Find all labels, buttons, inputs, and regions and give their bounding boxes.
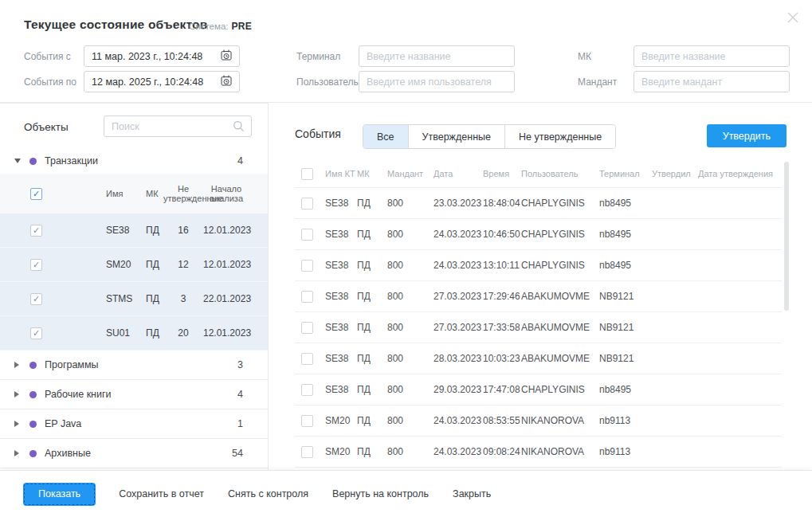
cell-name: SM20 <box>325 415 357 426</box>
col-user: Пользователь <box>521 169 599 178</box>
approve-button[interactable]: Утвердить <box>707 124 787 147</box>
cell-time: 10:46:50 <box>483 229 521 240</box>
cell-unapproved: 20 <box>163 327 203 339</box>
search-input[interactable] <box>104 116 252 137</box>
tree-group-programs[interactable]: Программы 3 <box>0 351 269 380</box>
tree-group-label: Рабочие книги <box>45 389 112 400</box>
object-checkbox[interactable]: ✓ <box>30 327 42 339</box>
col-time: Время <box>483 169 521 178</box>
cell-unapproved: 16 <box>163 225 203 236</box>
cell-time: 17:47:08 <box>483 384 521 395</box>
event-checkbox[interactable] <box>301 260 313 272</box>
chevron-right-icon[interactable] <box>14 391 24 398</box>
col-approval-date: Дата утверждения <box>698 169 782 178</box>
terminal-label: Терминал <box>296 51 359 62</box>
tree-group-workbooks[interactable]: Рабочие книги 4 <box>0 380 269 409</box>
mandant-input[interactable] <box>634 71 790 92</box>
cell-mandant: 800 <box>387 260 433 271</box>
remove-control-button[interactable]: Снять с контроля <box>228 488 308 499</box>
cell-user: CHAPLYGINIS <box>521 260 599 271</box>
date-from-input[interactable]: 11 мар. 2023 г., 10:24:48 <box>84 45 240 67</box>
events-filter-tabs: Все Утвержденные Не утвержденные <box>363 124 616 149</box>
cell-name: SE38 <box>325 353 357 364</box>
events-scrollbar-thumb[interactable] <box>784 162 789 311</box>
close-button[interactable]: Закрыть <box>453 488 491 499</box>
select-all-events-checkbox[interactable] <box>301 168 313 180</box>
tree-group-count: 54 <box>232 448 243 459</box>
save-report-button[interactable]: Сохранить в отчет <box>119 488 204 499</box>
tree-group-transactions[interactable]: Транзакции 4 <box>0 148 269 174</box>
event-row: SM20ПД80024.03.202309:08:24NIKANOROVAnb9… <box>295 436 782 467</box>
object-checkbox[interactable]: ✓ <box>30 225 42 237</box>
cell-terminal: nb9113 <box>599 415 652 426</box>
tree-group-ep-java[interactable]: EP Java 1 <box>0 409 269 439</box>
cell-terminal: NB9121 <box>599 353 652 364</box>
close-icon[interactable] <box>783 8 802 27</box>
cell-mk: ПД <box>146 293 163 304</box>
cell-user: CHAPLYGINIS <box>521 198 599 209</box>
col-name: Имя <box>106 189 146 198</box>
chevron-right-icon[interactable] <box>14 362 24 368</box>
show-button[interactable]: Показать <box>24 484 95 505</box>
event-checkbox[interactable] <box>301 322 313 334</box>
terminal-input[interactable] <box>359 45 515 67</box>
cell-start: 22.01.2023 <box>203 293 251 304</box>
filter-terminal: Терминал <box>296 45 515 67</box>
group-dot-icon <box>29 362 37 369</box>
event-checkbox[interactable] <box>301 291 313 303</box>
objects-sidebar: Объекты Транзакции 4 ✓ Имя МК Не утвержд… <box>0 103 269 470</box>
event-checkbox[interactable] <box>301 353 313 365</box>
event-checkbox[interactable] <box>301 446 313 458</box>
calendar-clock-icon[interactable] <box>221 75 232 88</box>
cell-mk: ПД <box>357 446 387 457</box>
chevron-right-icon[interactable] <box>14 450 24 456</box>
object-row: ✓SM20ПД1212.01.2023 <box>0 248 269 282</box>
cell-time: 10:03:23 <box>483 353 521 364</box>
cell-terminal: nb8495 <box>599 260 652 271</box>
cell-start: 12.01.2023 <box>203 225 251 236</box>
cell-name: SM20 <box>325 446 357 457</box>
object-checkbox[interactable]: ✓ <box>30 293 42 305</box>
cell-terminal: nb8495 <box>599 384 652 395</box>
cell-start: 12.01.2023 <box>203 259 251 270</box>
col-unapproved: Не утвержденные <box>163 184 203 203</box>
objects-table-header: ✓ Имя МК Не утвержденные Начало анализа <box>0 174 269 213</box>
cell-time: 09:08:24 <box>483 446 521 457</box>
tab-approved[interactable]: Утвержденные <box>408 125 504 148</box>
cell-mandant: 800 <box>387 446 433 457</box>
object-checkbox[interactable]: ✓ <box>30 259 42 271</box>
date-to-value: 12 мар. 2025 г., 10:24:48 <box>92 76 203 88</box>
chevron-down-icon[interactable] <box>14 159 24 163</box>
cell-name: SU01 <box>106 327 146 339</box>
cell-user: NIKANOROVA <box>521 446 599 457</box>
cell-terminal: nb8495 <box>599 229 652 240</box>
cell-time: 08:53:55 <box>483 415 521 426</box>
tree-group-count: 4 <box>237 389 243 400</box>
tab-all[interactable]: Все <box>363 125 408 148</box>
select-all-objects-checkbox[interactable]: ✓ <box>30 188 42 200</box>
date-from-label: События с <box>24 51 84 62</box>
tree-group-count: 1 <box>237 418 243 429</box>
return-control-button[interactable]: Вернуть на контроль <box>332 488 429 499</box>
cell-date: 29.03.2023 <box>433 384 483 395</box>
tree-group-label: Транзакции <box>45 155 98 166</box>
event-checkbox[interactable] <box>301 384 313 396</box>
date-to-input[interactable]: 12 мар. 2025 г., 10:24:48 <box>84 71 240 92</box>
event-checkbox[interactable] <box>301 229 313 241</box>
tree-group-archived[interactable]: Архивные 54 <box>0 439 269 468</box>
col-date: Дата <box>433 169 483 178</box>
event-checkbox[interactable] <box>301 198 313 210</box>
chevron-right-icon[interactable] <box>14 421 24 427</box>
tab-unapproved[interactable]: Не утвержденные <box>504 125 615 148</box>
cell-mandant: 800 <box>387 229 433 240</box>
event-row: SE38ПД80023.03.202318:48:04CHAPLYGINISnb… <box>295 187 782 218</box>
cell-user: ABAKUMOVME <box>521 291 599 302</box>
date-to-label: События по <box>24 76 84 88</box>
cell-mk: ПД <box>357 229 387 240</box>
calendar-clock-icon[interactable] <box>221 49 232 63</box>
event-checkbox[interactable] <box>301 415 313 427</box>
mk-input[interactable] <box>634 45 790 67</box>
cell-mk: ПД <box>357 291 387 302</box>
user-input[interactable] <box>359 71 515 92</box>
event-row: SE38ПД80027.03.202317:33:58ABAKUMOVMENB9… <box>295 311 782 343</box>
